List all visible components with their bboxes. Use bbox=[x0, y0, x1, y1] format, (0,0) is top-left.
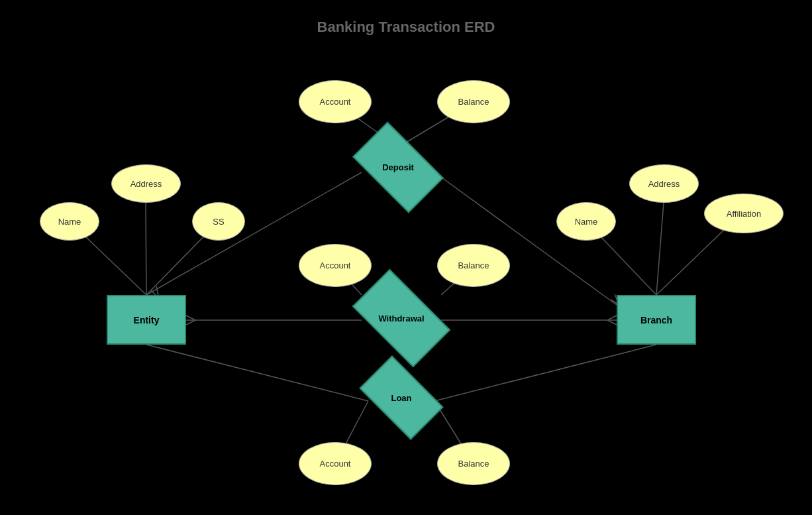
balance-bot-node: Balance bbox=[437, 442, 510, 485]
branch-affiliation-node: Affiliation bbox=[704, 194, 784, 233]
diagram-title: Banking Transaction ERD bbox=[0, 19, 812, 36]
branch-name-node: Name bbox=[556, 202, 616, 241]
svg-line-11 bbox=[434, 345, 656, 401]
svg-line-18 bbox=[186, 315, 195, 320]
account-top-node: Account bbox=[299, 80, 372, 123]
connections-layer bbox=[0, 0, 812, 515]
entity-node: Entity bbox=[107, 295, 186, 345]
svg-line-19 bbox=[186, 320, 195, 325]
svg-line-13 bbox=[146, 203, 146, 295]
svg-line-16 bbox=[656, 203, 664, 295]
entity-address-node: Address bbox=[111, 164, 181, 203]
erd-canvas: Banking Transaction ERD bbox=[0, 0, 812, 515]
balance-mid-node: Balance bbox=[437, 244, 510, 287]
svg-line-10 bbox=[146, 345, 368, 401]
deposit-node: Deposit bbox=[358, 143, 438, 192]
entity-name-node: Name bbox=[40, 202, 99, 241]
loan-node: Loan bbox=[365, 374, 438, 421]
withdrawal-node: Withdrawal bbox=[358, 292, 444, 345]
branch-address-node: Address bbox=[629, 164, 699, 203]
entity-ss-node: SS bbox=[192, 202, 245, 241]
svg-line-20 bbox=[607, 315, 617, 320]
account-mid-node: Account bbox=[299, 244, 372, 287]
svg-line-21 bbox=[607, 320, 617, 325]
balance-top-node: Balance bbox=[437, 80, 510, 123]
branch-node: Branch bbox=[617, 295, 696, 345]
account-bot-node: Account bbox=[299, 442, 372, 485]
